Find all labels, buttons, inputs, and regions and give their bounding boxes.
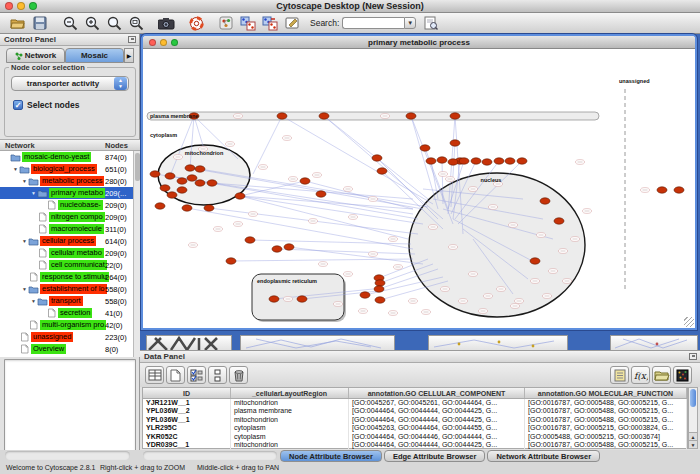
zoom-out-button[interactable] <box>60 14 80 32</box>
scrollbar-thumb[interactable] <box>690 389 696 407</box>
expander-icon[interactable]: ▼ <box>30 190 37 196</box>
tree-row[interactable]: secretion41(0) <box>0 307 133 319</box>
network-node[interactable] <box>450 140 460 146</box>
tab-overflow-button[interactable]: ▶ <box>124 48 134 63</box>
network-node[interactable] <box>284 244 294 250</box>
network-node[interactable] <box>377 168 387 174</box>
network-window-titlebar[interactable]: primary metabolic process <box>143 36 695 49</box>
tree-row[interactable]: ▼biological_process651(0) <box>0 163 133 175</box>
network-node[interactable] <box>375 297 385 303</box>
tree-row[interactable]: ▼metabolic process280(0) <box>0 175 133 187</box>
network-node[interactable] <box>494 158 504 164</box>
network-node[interactable] <box>374 286 384 292</box>
tab-mosaic[interactable]: Mosaic <box>65 48 124 63</box>
column-header[interactable]: annotation.GO MOLECULAR_FUNCTION <box>525 388 687 398</box>
network-node[interactable] <box>207 180 217 186</box>
search-dropdown-button[interactable]: ▼ <box>404 17 416 29</box>
network-edge[interactable] <box>250 240 411 244</box>
network-node[interactable] <box>360 292 370 298</box>
network-node[interactable] <box>471 158 481 164</box>
unselect-attributes-button[interactable] <box>208 366 227 384</box>
table-row[interactable]: YKR052Ccytoplasm[GO:0044464, GO:0044446,… <box>143 433 687 441</box>
network-node[interactable] <box>437 157 447 163</box>
tree-row[interactable]: macromolecule311(0) <box>0 223 133 235</box>
delete-attribute-button[interactable] <box>229 366 248 384</box>
background-window[interactable] <box>240 335 395 351</box>
network-node[interactable] <box>554 218 564 224</box>
column-header[interactable]: ID <box>143 388 231 398</box>
tree-row[interactable]: cell communicat22(0) <box>0 259 133 271</box>
network-node[interactable] <box>150 171 160 177</box>
select-nodes-checkbox[interactable]: ✓ <box>13 100 23 110</box>
network-node[interactable] <box>235 193 245 199</box>
network-node[interactable] <box>426 158 436 164</box>
attribute-browser-tab[interactable]: Edge Attribute Browser <box>384 450 485 462</box>
network-node[interactable] <box>195 180 205 186</box>
network-node[interactable] <box>372 155 382 161</box>
expander-icon[interactable]: ▼ <box>21 178 28 184</box>
network-canvas[interactable]: plasma membranecytoplasmmitochondrionnuc… <box>143 49 695 328</box>
network-node[interactable] <box>204 205 214 211</box>
table-row[interactable]: YPL036W__2plasma membrane[GO:0044464, GO… <box>143 407 687 415</box>
tree-row[interactable]: ▼transport558(0) <box>0 295 133 307</box>
expander-icon[interactable]: ▼ <box>30 298 37 304</box>
destroy-view-button[interactable] <box>260 14 280 32</box>
import-attributes-button[interactable] <box>652 366 671 384</box>
network-node[interactable] <box>319 113 329 119</box>
zoom-fit-button[interactable] <box>104 14 124 32</box>
zoom-selected-button[interactable] <box>126 14 146 32</box>
tree-row[interactable]: cellular metabo209(0) <box>0 247 133 259</box>
tree-row[interactable]: multi-organism pro42(0) <box>0 319 133 331</box>
float-panel-icon[interactable] <box>128 36 136 43</box>
network-node[interactable] <box>226 258 236 264</box>
expander-icon[interactable]: ▼ <box>21 286 28 292</box>
create-view-button[interactable] <box>238 14 258 32</box>
table-row[interactable]: YDR039C__1mitochondrion[GO:0044464, GO:0… <box>143 441 687 449</box>
network-node[interactable] <box>448 159 458 165</box>
network-edge[interactable] <box>289 247 423 264</box>
table-row[interactable]: YLR295Ccytoplasm[GO:0045263, GO:0044464,… <box>143 424 687 432</box>
network-node[interactable] <box>375 280 385 286</box>
network-edge[interactable] <box>277 249 415 254</box>
network-node[interactable] <box>182 205 192 211</box>
network-node[interactable] <box>297 296 307 302</box>
table-row[interactable]: YPL036W__1mitochondrion[GO:0044464, GO:0… <box>143 416 687 424</box>
snapshot-button[interactable] <box>156 14 176 32</box>
network-overview-button[interactable] <box>216 14 236 32</box>
open-file-button[interactable] <box>8 14 28 32</box>
table-scrollbar[interactable]: ▲ ▼ <box>688 387 698 449</box>
tree-row[interactable]: ▼primary metabo209(... <box>0 187 133 199</box>
network-node[interactable] <box>505 158 515 164</box>
background-window[interactable] <box>146 335 232 351</box>
select-attributes-button[interactable] <box>187 366 206 384</box>
network-node[interactable] <box>674 187 684 193</box>
network-view-window[interactable]: primary metabolic process plasma membran… <box>141 34 697 330</box>
network-node[interactable] <box>165 173 175 179</box>
tree-row[interactable]: response to stimulu264(0) <box>0 271 133 283</box>
float-panel-icon[interactable] <box>689 353 697 360</box>
annotation-button[interactable] <box>282 14 302 32</box>
scroll-up-button[interactable]: ▲ <box>689 432 697 440</box>
node-color-dropdown[interactable]: transporter activity ▲▼ <box>11 76 129 91</box>
network-node[interactable] <box>195 166 205 172</box>
network-node[interactable] <box>269 296 279 302</box>
attribute-browser-tab[interactable]: Node Attribute Browser <box>280 450 382 462</box>
new-attribute-button[interactable] <box>166 366 185 384</box>
background-window[interactable] <box>610 335 698 351</box>
tree-scrollbar[interactable] <box>133 151 140 357</box>
network-node[interactable] <box>316 191 326 197</box>
advanced-search-button[interactable] <box>421 14 441 32</box>
tree-row[interactable]: nucleobase-209(0) <box>0 199 133 211</box>
network-node[interactable] <box>459 158 469 164</box>
network-node[interactable] <box>450 113 460 119</box>
network-node[interactable] <box>530 258 540 264</box>
zoom-in-button[interactable] <box>82 14 102 32</box>
tree-row[interactable]: nitrogen compo209(0) <box>0 211 133 223</box>
network-node[interactable] <box>245 237 255 243</box>
tree-row[interactable]: unassigned223(0) <box>0 331 133 343</box>
column-header[interactable]: _cellularLayoutRegion <box>231 388 349 398</box>
tree-row[interactable]: Overview8(0) <box>0 343 133 355</box>
network-node[interactable] <box>155 203 165 209</box>
network-node[interactable] <box>657 187 667 193</box>
network-node[interactable] <box>187 175 197 181</box>
